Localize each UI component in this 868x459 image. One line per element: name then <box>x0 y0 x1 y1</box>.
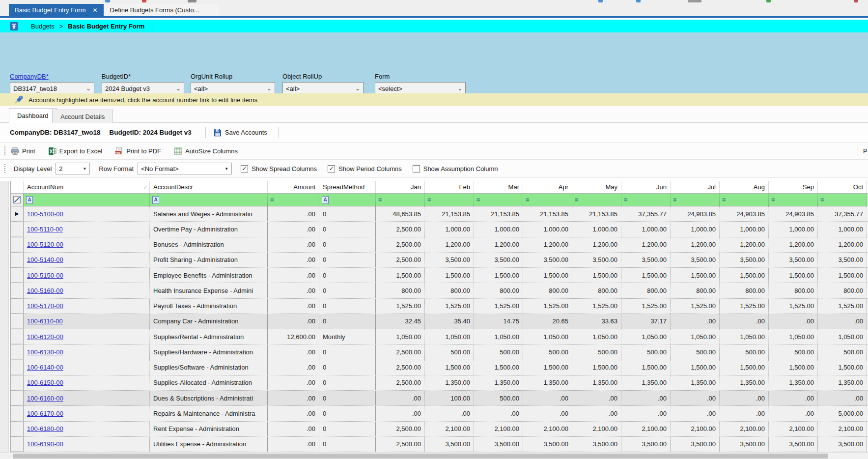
month-cell-sep[interactable]: 1,050.00 <box>769 329 818 344</box>
save-accounts-button[interactable]: Save Accounts <box>214 129 267 137</box>
account-number-link[interactable]: 100-6140-00 <box>27 364 63 371</box>
month-cell-mar[interactable]: 3,500.00 <box>474 437 523 452</box>
spreadmethod-cell[interactable]: 0 <box>319 299 376 314</box>
row-selector-cell[interactable] <box>11 391 24 405</box>
month-cell-aug[interactable]: 1,500.00 <box>720 360 769 375</box>
amount-cell[interactable]: 12,600.00 <box>268 329 319 344</box>
month-cell-may[interactable]: 3,500.00 <box>572 253 621 267</box>
account-number-link[interactable]: 100-6160-00 <box>27 395 63 402</box>
month-cell-aug[interactable]: 3,500.00 <box>720 437 769 452</box>
row-selector-cell[interactable] <box>11 375 24 390</box>
spreadmethod-cell[interactable]: 0 <box>319 375 376 390</box>
spreadmethod-cell[interactable]: 0 <box>319 344 376 359</box>
month-cell-aug[interactable]: 1,500.00 <box>720 268 769 283</box>
month-cell-aug[interactable]: .00 <box>720 314 769 329</box>
spreadmethod-cell[interactable]: 0 <box>319 253 376 267</box>
column-header-mar[interactable]: Mar <box>474 181 523 193</box>
month-cell-sep[interactable]: 500.00 <box>769 344 818 359</box>
month-cell-feb[interactable]: 1,000.00 <box>425 222 474 236</box>
month-cell-jan[interactable]: 1,525.00 <box>376 299 425 314</box>
checkbox-show-assumption-column[interactable]: Show Assumption Column <box>413 165 498 172</box>
spreadmethod-cell[interactable]: Monthly <box>319 329 376 344</box>
filter-cell-accountdescr[interactable]: A <box>150 194 268 206</box>
month-cell-aug[interactable]: 3,500.00 <box>720 253 769 267</box>
month-cell-oct[interactable]: 37,355.77 <box>818 206 867 221</box>
month-cell-jun[interactable]: 500.00 <box>621 344 671 359</box>
amount-cell[interactable]: .00 <box>268 237 319 252</box>
account-number-link[interactable]: 100-5170-00 <box>27 302 63 310</box>
account-number-link[interactable]: 100-5110-00 <box>27 226 63 233</box>
print-to-pdf-button[interactable]: PDFPrint to PDF <box>115 147 161 155</box>
month-cell-sep[interactable]: 1,500.00 <box>769 360 818 375</box>
month-cell-jun[interactable]: 1,500.00 <box>621 268 671 283</box>
row-selector-cell[interactable] <box>11 314 24 329</box>
month-cell-sep[interactable]: 24,903.85 <box>769 206 818 221</box>
account-number-link[interactable]: 100-5150-00 <box>27 272 63 279</box>
spreadmethod-cell[interactable]: 0 <box>319 206 376 221</box>
account-number-link[interactable]: 100-5100-00 <box>27 210 63 218</box>
spreadmethod-cell[interactable]: 0 <box>319 314 376 329</box>
month-cell-jan[interactable]: 2,500.00 <box>376 253 425 267</box>
month-cell-jun[interactable]: 3,500.00 <box>621 253 671 267</box>
month-cell-apr[interactable]: 20.65 <box>523 314 572 329</box>
month-cell-mar[interactable]: 1,500.00 <box>474 268 523 283</box>
month-cell-apr[interactable]: 1,200.00 <box>523 237 572 252</box>
month-cell-jun[interactable]: 37.17 <box>621 314 671 329</box>
month-cell-oct[interactable]: 2,100.00 <box>818 422 867 436</box>
month-cell-apr[interactable]: .00 <box>523 391 572 405</box>
month-cell-jan[interactable]: 2,500.00 <box>376 360 425 375</box>
month-cell-feb[interactable]: 800.00 <box>425 283 474 298</box>
month-cell-mar[interactable]: 1,050.00 <box>474 329 523 344</box>
month-cell-jan[interactable]: 32.45 <box>376 314 425 329</box>
month-cell-mar[interactable]: 1,000.00 <box>474 222 523 236</box>
month-cell-apr[interactable]: 800.00 <box>523 283 572 298</box>
month-cell-apr[interactable]: 21,153.85 <box>523 206 572 221</box>
month-cell-apr[interactable]: 1,000.00 <box>523 222 572 236</box>
filter-cell-accountnum[interactable]: A <box>24 194 150 206</box>
column-header-apr[interactable]: Apr <box>523 181 572 193</box>
month-cell-may[interactable]: 1,200.00 <box>572 237 621 252</box>
column-header-sep[interactable]: Sep <box>769 181 818 193</box>
amount-cell[interactable]: .00 <box>268 206 319 221</box>
autosize-columns-button[interactable]: AutoSize Columns <box>174 147 238 155</box>
month-cell-feb[interactable]: 1,500.00 <box>425 268 474 283</box>
spreadmethod-cell[interactable]: 0 <box>319 283 376 298</box>
amount-cell[interactable]: .00 <box>268 222 319 236</box>
filter-cell-may[interactable]: = <box>572 194 621 206</box>
month-cell-mar[interactable]: 500.00 <box>474 344 523 359</box>
month-cell-sep[interactable]: 1,500.00 <box>769 268 818 283</box>
month-cell-jun[interactable]: 3,500.00 <box>621 437 671 452</box>
filter-cell-mar[interactable]: = <box>474 194 523 206</box>
month-cell-apr[interactable]: 1,500.00 <box>523 268 572 283</box>
row-selector-cell[interactable] <box>11 237 24 252</box>
month-cell-apr[interactable]: 2,100.00 <box>523 422 572 436</box>
filter-cell-sep[interactable]: = <box>769 194 818 206</box>
month-cell-feb[interactable]: 35.40 <box>425 314 474 329</box>
month-cell-jan[interactable]: 1,050.00 <box>376 329 425 344</box>
filter-cell-spreadmethod[interactable]: A <box>319 194 376 206</box>
month-cell-feb[interactable]: 1,525.00 <box>425 299 474 314</box>
column-header-jun[interactable]: Jun <box>621 181 671 193</box>
amount-cell[interactable]: .00 <box>268 344 319 359</box>
month-cell-aug[interactable]: 1,000.00 <box>720 222 769 236</box>
month-cell-jul[interactable]: 24,903.85 <box>671 206 720 221</box>
month-cell-jul[interactable]: 1,525.00 <box>671 299 720 314</box>
checkbox-show-spread-columns[interactable]: ✓Show Spread Columns <box>241 165 317 172</box>
month-cell-mar[interactable]: 500.00 <box>474 391 523 405</box>
month-cell-mar[interactable]: .00 <box>474 406 523 421</box>
month-cell-jun[interactable]: 1,050.00 <box>621 329 671 344</box>
month-cell-jan[interactable]: 800.00 <box>376 283 425 298</box>
row-selector-cell[interactable] <box>11 329 24 344</box>
row-selector-cell[interactable] <box>11 344 24 359</box>
month-cell-sep[interactable]: 1,200.00 <box>769 237 818 252</box>
filter-cell-jun[interactable]: = <box>621 194 671 206</box>
month-cell-feb[interactable]: 2,100.00 <box>425 422 474 436</box>
amount-cell[interactable]: .00 <box>268 268 319 283</box>
month-cell-may[interactable]: 21,153.85 <box>572 206 621 221</box>
month-cell-jul[interactable]: 1,350.00 <box>671 375 720 390</box>
month-cell-may[interactable]: 1,525.00 <box>572 299 621 314</box>
month-cell-apr[interactable]: 3,500.00 <box>523 253 572 267</box>
month-cell-feb[interactable]: 1,050.00 <box>425 329 474 344</box>
column-header-jan[interactable]: Jan <box>376 181 425 193</box>
row-selector-cell[interactable] <box>11 299 24 314</box>
